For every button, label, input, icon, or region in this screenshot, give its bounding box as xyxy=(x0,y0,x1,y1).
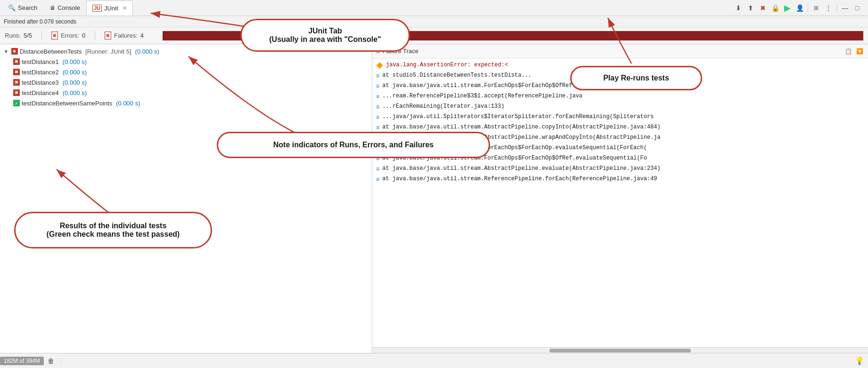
failures-value: 4 xyxy=(140,32,144,39)
toolbar-right: ⬇ ⬆ ✖ 🔒 ▶ 👤 ⊞ ⋮ — □ xyxy=(733,3,866,13)
trace-line-4[interactable]: ≡ ...rEachRemaining(Iterator.java:133) xyxy=(372,102,868,112)
suite-fail-icon: ✖ xyxy=(11,48,18,55)
tree-item-name-0: testDistance1 xyxy=(22,58,59,65)
main-content: ▼ ✖ DistanceBetweenTests [Runner: JUnit … xyxy=(0,44,868,353)
runs-label: Runs: xyxy=(5,32,21,39)
runs-bar: Runs: 5/5 ✖ Errors: 0 ✖ Failures: 4 xyxy=(0,27,868,44)
failure-trace-icon: ≡ xyxy=(376,48,380,55)
tree-item-name-3: testDistance4 xyxy=(22,89,59,96)
tab-console-label: Console xyxy=(57,4,80,11)
trace-line-icon-6: ≡ xyxy=(376,124,379,132)
separator-icon: ⋮ xyxy=(58,357,64,364)
trace-line-1[interactable]: ≡ at studio5.DistanceBetweenTests.testDi… xyxy=(372,71,868,81)
progress-bar xyxy=(163,31,863,40)
trace-line-3[interactable]: ≡ ...ream.ReferencePipeline$3$1.accept(R… xyxy=(372,91,868,102)
failure-trace-tools: 📋 🔽 xyxy=(843,47,864,56)
tree-item-name-1: testDistance2 xyxy=(22,69,59,76)
tree-item-time-1: (0.000 s) xyxy=(63,69,87,76)
failures-label: Failures: xyxy=(114,32,138,39)
trace-line-icon-5: ≡ xyxy=(376,113,379,122)
error-icon: ✖ xyxy=(51,32,58,40)
tab-bar: 🔍 Search 🖥 Console JU JUnit ✕ ⬇ ⬆ ✖ 🔒 ▶ … xyxy=(0,0,868,16)
tree-arrow-icon: ▼ xyxy=(4,49,8,54)
close-icon[interactable]: ✕ xyxy=(123,5,127,11)
right-panel: ≡ Failure Trace 📋 🔽 🔶 java.lang.Assertio… xyxy=(372,44,868,353)
failure-trace-title-container: ≡ Failure Trace xyxy=(376,48,418,55)
test-fail-icon-1: ✖ xyxy=(13,69,20,75)
trace-line-8[interactable]: ≡ at java.base/java.util.stream.ForEachO… xyxy=(372,143,868,153)
trace-line-0[interactable]: 🔶 java.lang.AssertionError: expected:< xyxy=(372,60,868,71)
trace-line-text-0: java.lang.AssertionError: expected:< xyxy=(386,61,508,69)
left-panel: ▼ ✖ DistanceBetweenTests [Runner: JUnit … xyxy=(0,44,372,353)
errors-label: Errors: xyxy=(61,32,79,39)
toolbar-play-btn[interactable]: ▶ xyxy=(782,3,793,13)
status-message: Finished after 0.078 seconds xyxy=(4,18,76,25)
tree-root-time: (0.000 s) xyxy=(135,48,159,55)
toolbar-minimize-btn[interactable]: — xyxy=(840,3,850,13)
runs-item: Runs: 5/5 xyxy=(5,32,32,39)
toolbar-user-btn[interactable]: 👤 xyxy=(794,3,805,13)
tree-item-2[interactable]: ✖ testDistance3 (0.000 s) xyxy=(0,77,372,88)
tree-item-4[interactable]: ✓ testDistanceBetweenSamePoints (0.000 s… xyxy=(0,98,372,108)
tree-item-1[interactable]: ✖ testDistance2 (0.000 s) xyxy=(0,67,372,77)
trace-line-9[interactable]: ≡ at java.base/java.util.stream.ForEachO… xyxy=(372,153,868,164)
trace-line-icon-0: 🔶 xyxy=(376,62,383,70)
trace-line-6[interactable]: ≡ at java.base/java.util.stream.Abstract… xyxy=(372,122,868,133)
errors-item: ✖ Errors: 0 xyxy=(51,32,85,40)
trace-line-2[interactable]: ≡ at java.base/java.util.stream.ForEachO… xyxy=(372,81,868,91)
failure-trace-body: 🔶 java.lang.AssertionError: expected:< ≡… xyxy=(372,58,868,347)
scrollbar-thumb[interactable] xyxy=(549,349,691,352)
toolbar-down-btn[interactable]: ⬇ xyxy=(733,3,744,13)
test-pass-icon-4: ✓ xyxy=(13,100,20,106)
tree-item-0[interactable]: ✖ testDistance1 (0.000 s) xyxy=(0,56,372,67)
tab-junit[interactable]: JU JUnit ✕ xyxy=(86,0,133,16)
trace-filter-btn[interactable]: 🔽 xyxy=(855,47,864,56)
tree-item-name-2: testDistance3 xyxy=(22,79,59,86)
tree-root-item[interactable]: ▼ ✖ DistanceBetweenTests [Runner: JUnit … xyxy=(0,46,372,56)
tree-root-runner: [Runner: JUnit 5] xyxy=(83,48,131,55)
toolbar-stop-btn[interactable]: ✖ xyxy=(758,3,768,13)
tree-item-time-4: (0.000 s) xyxy=(116,100,140,107)
trace-line-text-6: at java.base/java.util.stream.AbstractPi… xyxy=(382,123,661,131)
test-fail-icon-3: ✖ xyxy=(13,89,20,96)
trash-icon[interactable]: 🗑 xyxy=(48,357,54,365)
memory-total: 394M xyxy=(26,358,40,364)
trace-line-text-9: at java.base/java.util.stream.ForEachOps… xyxy=(382,154,647,162)
failures-item: ✖ Failures: 4 xyxy=(105,32,144,40)
status-bar: Finished after 0.078 seconds xyxy=(0,16,868,27)
trace-line-10[interactable]: ≡ at java.base/java.util.stream.Abstract… xyxy=(372,164,868,174)
failure-trace-label: Failure Trace xyxy=(383,48,418,55)
tree-item-3[interactable]: ✖ testDistance4 (0.000 s) xyxy=(0,88,372,98)
toolbar-more-btn[interactable]: ⋮ xyxy=(823,3,834,13)
trace-line-icon-2: ≡ xyxy=(376,82,379,91)
trace-line-text-10: at java.base/java.util.stream.AbstractPi… xyxy=(382,164,661,173)
trace-line-11[interactable]: ≡ at java.base/java.util.stream.Referenc… xyxy=(372,174,868,184)
tab-search[interactable]: 🔍 Search xyxy=(2,0,43,16)
toolbar-lock-btn[interactable]: 🔒 xyxy=(770,3,780,13)
test-fail-icon-0: ✖ xyxy=(13,58,20,65)
toolbar-grid-btn[interactable]: ⊞ xyxy=(811,3,821,13)
trace-line-7[interactable]: ≡ at java.base/java.util.stream.Abstract… xyxy=(372,133,868,143)
toolbar-sep2 xyxy=(836,4,837,12)
memory-of-label: of xyxy=(18,358,26,364)
divider-1 xyxy=(41,31,42,40)
trace-line-icon-10: ≡ xyxy=(376,165,379,174)
trace-line-icon-7: ≡ xyxy=(376,134,379,143)
trace-line-text-5: ...java/java.util.Spliterators$IteratorS… xyxy=(382,112,654,121)
trace-line-5[interactable]: ≡ ...java/java.util.Spliterators$Iterato… xyxy=(372,112,868,122)
trace-copy-btn[interactable]: 📋 xyxy=(843,47,853,56)
trace-line-icon-11: ≡ xyxy=(376,176,379,184)
runs-value: 5/5 xyxy=(24,32,32,39)
toolbar-up-btn[interactable]: ⬆ xyxy=(745,3,756,13)
lightbulb-icon[interactable]: 💡 xyxy=(855,356,864,365)
tab-console[interactable]: 🖥 Console xyxy=(43,0,86,16)
trace-line-text-1: at studio5.DistanceBetweenTests.testDist… xyxy=(382,71,647,80)
test-tree: ▼ ✖ DistanceBetweenTests [Runner: JUnit … xyxy=(0,44,372,110)
horizontal-scrollbar[interactable] xyxy=(372,347,868,353)
toolbar-maximize-btn[interactable]: □ xyxy=(852,3,862,13)
trace-line-icon-1: ≡ xyxy=(376,72,379,80)
trace-line-icon-9: ≡ xyxy=(376,155,379,163)
bottom-status-bar: 182M of 394M 🗑 ⋮ 💡 xyxy=(0,353,868,368)
tab-search-label: Search xyxy=(18,4,37,11)
toolbar-sep1 xyxy=(808,4,808,12)
